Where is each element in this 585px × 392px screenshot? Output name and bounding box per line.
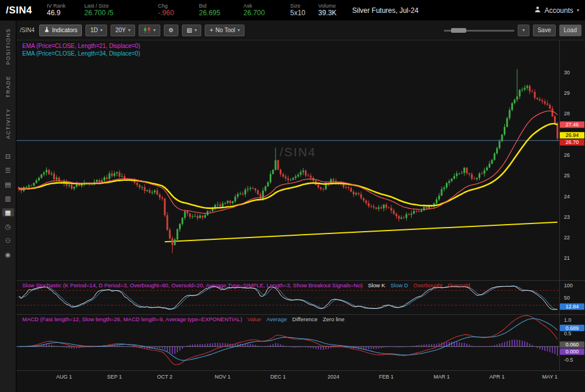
stat-value: 26.700 /5 [84, 9, 150, 18]
chevron-down-icon: ▾ [522, 27, 525, 33]
x-axis-label: MAR 1 [433, 374, 450, 380]
svg-text:25: 25 [564, 173, 570, 178]
drawing-tool-dropdown[interactable]: + No Tool ▾ [205, 25, 245, 36]
stat-size: Size5x10 [290, 3, 310, 17]
trend-line [165, 222, 558, 242]
macd-canvas[interactable]: 1.00.5-0.50.6890.0600.000 [16, 315, 584, 370]
users-icon[interactable]: ⚇ [2, 236, 14, 245]
stat-value: -.960 [158, 9, 191, 18]
monitor-icon[interactable]: ⊡ [2, 152, 14, 160]
zoom-slider[interactable] [444, 25, 514, 36]
svg-text:26.70: 26.70 [566, 139, 579, 145]
chart-gadget: /SIN4 Indicators 1D ▾ 20Y ▾ [16, 20, 585, 392]
quote-header: /SIN4 IV Rank46.9Last / Size26.700 /5Chg… [0, 0, 585, 20]
tool-value: No Tool [215, 27, 235, 33]
crosshair-icon: + [209, 27, 213, 33]
save-button[interactable]: Save [533, 25, 556, 36]
user-icon [534, 6, 541, 15]
stat-value: 26.700 [243, 9, 282, 18]
svg-text:12.84: 12.84 [566, 304, 579, 310]
svg-text:0.5: 0.5 [564, 331, 572, 336]
save-label: Save [538, 27, 551, 33]
stochastic-panel: 1005012.84 Slow Stochastic (K Period=14,… [16, 281, 585, 314]
x-axis-label: MAY 1 [542, 374, 558, 380]
svg-text:24: 24 [564, 194, 570, 200]
clock-icon[interactable]: ◷ [2, 222, 14, 231]
chevron-down-icon: ▾ [577, 8, 579, 13]
power-icon[interactable]: ◉ [2, 250, 14, 259]
sidebar-tab-activity[interactable]: ACTIVITY [5, 103, 11, 145]
svg-text:50: 50 [564, 295, 570, 301]
charts-icon[interactable]: ▦ [2, 208, 14, 216]
svg-text:22: 22 [564, 235, 570, 240]
columns-icon[interactable]: ▥ [2, 194, 14, 202]
instrument-description: Silver Futures, Jul-24 [352, 6, 418, 15]
macd-value-line [19, 315, 558, 365]
accounts-label: Accounts [545, 6, 573, 15]
chevron-down-icon: ▾ [194, 27, 197, 33]
trading-app-window: /SIN4 IV Rank46.9Last / Size26.700 /5Chg… [0, 0, 585, 392]
timeframe-dropdown[interactable]: 1D ▾ [85, 25, 107, 36]
app-body: POSITIONSTRADEACTIVITY⊡☰▤▥▦◷⚇◉ /SIN4 Ind… [0, 20, 585, 392]
chevron-down-icon: ▾ [238, 27, 240, 33]
macd-average-line [19, 319, 558, 360]
x-axis-label: 2024 [328, 374, 339, 380]
indicators-button[interactable]: Indicators [39, 25, 82, 36]
svg-text:0.060: 0.060 [566, 342, 579, 348]
sidebar-tab-trade[interactable]: TRADE [5, 70, 11, 103]
left-sidebar: POSITIONSTRADEACTIVITY⊡☰▤▥▦◷⚇◉ [0, 20, 16, 392]
sidebar-tab-positions[interactable]: POSITIONS [5, 23, 11, 70]
svg-text:100: 100 [564, 283, 573, 288]
svg-text:26.94: 26.94 [566, 132, 579, 138]
watchlist-icon[interactable]: ☰ [2, 166, 14, 174]
bottom-filler [16, 383, 585, 392]
chart-style-dropdown[interactable]: ▧ ▾ [182, 25, 201, 36]
time-axis: AUG 1SEP 1OCT 2NOV 1DEC 12024FEB 1MAR 1A… [16, 371, 585, 383]
ema34-line [19, 124, 558, 208]
load-label: Load [564, 27, 577, 33]
stat-chg: Chg-.960 [158, 3, 191, 17]
stat-bid: Bid26.695 [199, 3, 235, 17]
style-icon: ▧ [187, 27, 192, 33]
svg-text:28: 28 [564, 111, 570, 116]
sidebar-icons: ⊡☰▤▥▦◷⚇◉ [2, 152, 14, 259]
header-symbol: /SIN4 [6, 5, 39, 16]
svg-text:26: 26 [564, 152, 570, 158]
chart-type-dropdown[interactable]: ▾ [139, 25, 160, 36]
settings-button[interactable]: ⚙ [164, 25, 178, 36]
indicators-label: Indicators [52, 27, 77, 33]
toolbar-symbol: /SIN4 [20, 27, 35, 33]
macd-histogram [18, 339, 558, 356]
load-button[interactable]: Load [559, 25, 581, 36]
svg-text:27.46: 27.46 [566, 122, 579, 128]
stat-last-size: Last / Size26.700 /5 [84, 3, 150, 17]
stat-volume: Volume39.3K [318, 3, 344, 17]
x-axis-label: FEB 1 [379, 374, 394, 380]
x-axis-label: OCT 2 [157, 374, 173, 380]
svg-text:0.689: 0.689 [566, 325, 579, 331]
chart-toolbar: /SIN4 Indicators 1D ▾ 20Y ▾ [16, 20, 585, 40]
ema21-line [19, 111, 558, 213]
slider-options-dropdown[interactable]: ▾ [518, 25, 529, 36]
svg-text:23: 23 [564, 214, 570, 220]
zoom-slider-handle[interactable] [451, 28, 466, 33]
svg-text:21: 21 [564, 255, 570, 261]
stat-value: 39.3K [318, 9, 344, 18]
price-chart-canvas[interactable]: /SIN42122232425262728293027.4626.9426.70 [16, 40, 584, 280]
x-axis-label: DEC 1 [270, 374, 286, 380]
x-axis-label: SEP 1 [107, 374, 122, 380]
candles [18, 69, 559, 253]
accounts-menu[interactable]: Accounts ▾ [534, 6, 579, 15]
price-chart-panel: /SIN42122232425262728293027.4626.9426.70… [16, 40, 585, 280]
svg-text:30: 30 [564, 70, 570, 75]
stat-iv-rank: IV Rank46.9 [47, 3, 76, 17]
stochastic-canvas[interactable]: 1005012.84 [16, 281, 584, 314]
chevron-down-icon: ▾ [153, 27, 156, 33]
range-dropdown[interactable]: 20Y ▾ [111, 25, 135, 36]
candlestick-icon [143, 26, 151, 35]
x-axis-label: APR 1 [490, 374, 505, 380]
gear-icon: ⚙ [168, 27, 174, 33]
chart-area: /SIN42122232425262728293027.4626.9426.70… [16, 40, 585, 392]
ledger-icon[interactable]: ▤ [2, 180, 14, 188]
stat-ask: Ask26.700 [243, 3, 282, 17]
